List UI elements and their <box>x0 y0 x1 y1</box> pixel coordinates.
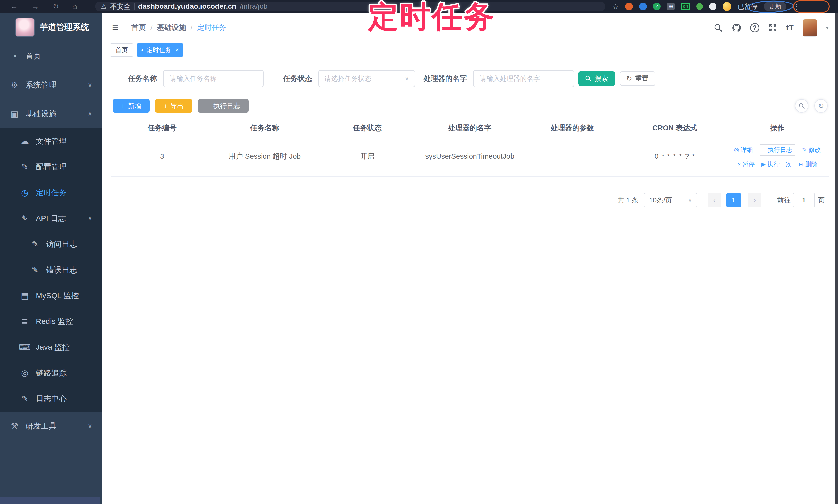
sidebar-item-scheduled-tasks[interactable]: ◷ 定时任务 <box>0 180 102 205</box>
topbar-actions: ? tT ▾ <box>714 13 829 42</box>
app-logo-row[interactable]: 芋道管理系统 <box>0 13 102 42</box>
github-icon[interactable] <box>732 23 741 33</box>
sidebar-item-dev-tools[interactable]: ⚒ 研发工具 ∨ <box>0 412 102 440</box>
prev-page-button[interactable]: ‹ <box>708 193 721 207</box>
help-icon[interactable]: ? <box>750 23 760 33</box>
breadcrumb-home[interactable]: 首页 <box>132 23 146 33</box>
refresh-table-button[interactable]: ↻ <box>814 99 828 112</box>
sidebar-item-label: 错误日志 <box>46 265 77 275</box>
sidebar-item-trace[interactable]: ◎ 链路追踪 <box>0 360 102 386</box>
next-page-button[interactable]: › <box>748 193 762 207</box>
avatar-caret-icon[interactable]: ▾ <box>826 24 829 31</box>
table-header: 任务编号 任务名称 任务状态 处理器的名字 处理器的参数 CRON 表达式 操作 <box>111 120 829 136</box>
run-once-link-label: 执行一次 <box>767 160 792 168</box>
forward-icon[interactable]: → <box>32 3 39 10</box>
sidebar-item-redis-monitor[interactable]: ≣ Redis 监控 <box>0 308 102 334</box>
sidebar-item-error-log[interactable]: ✎ 错误日志 <box>0 257 102 283</box>
log-center-icon: ✎ <box>19 394 31 403</box>
handler-name-input[interactable] <box>473 70 574 87</box>
puzzle-extensions-icon[interactable] <box>709 3 716 10</box>
annotation-title: 定时任务 <box>368 0 496 38</box>
active-dot-icon: ● <box>141 48 143 52</box>
sidebar-item-log-center[interactable]: ✎ 日志中心 <box>0 386 102 412</box>
tab-label: 首页 <box>116 46 128 54</box>
download-icon: ↓ <box>164 102 167 110</box>
exec-log-link[interactable]: ≡ 执行日志 <box>760 144 796 156</box>
on-badge-icon[interactable]: on <box>681 3 690 10</box>
list-icon: ≡ <box>763 146 766 153</box>
home-icon[interactable]: ⌂ <box>72 3 77 10</box>
task-status-select[interactable]: 请选择任务状态 ∨ <box>318 70 415 87</box>
sidebar-item-api-log[interactable]: ✎ API 日志 ∧ <box>0 205 102 231</box>
reset-button[interactable]: ↻ 重置 <box>620 71 655 86</box>
sidebar-item-label: 日志中心 <box>36 394 67 404</box>
cell-handler-name: sysUserSessionTimeoutJob <box>425 151 514 162</box>
pause-link[interactable]: × 暂停 <box>737 160 755 168</box>
sidebar-scrollbar[interactable] <box>0 497 101 504</box>
page-number-active[interactable]: 1 <box>727 193 741 207</box>
total-count: 共 1 条 <box>618 196 639 205</box>
extension-grid-icon[interactable]: ▦ <box>667 3 675 10</box>
extension-green-check-icon[interactable]: ✓ <box>653 3 661 10</box>
leaf-extension-icon[interactable] <box>696 3 703 10</box>
refresh-icon: ↻ <box>818 102 824 110</box>
clock-icon: ◷ <box>19 188 31 198</box>
exec-log-button[interactable]: ≡ 执行日志 <box>198 99 249 112</box>
infrastructure-submenu: ☁ 文件管理 ✎ 配置管理 ◷ 定时任务 ✎ API 日志 ∧ <box>0 128 102 412</box>
edit-icon: ✎ <box>19 162 31 172</box>
sidebar-item-label: 访问日志 <box>46 239 77 250</box>
user-avatar[interactable] <box>803 19 817 37</box>
back-icon[interactable]: ← <box>10 3 18 10</box>
security-label[interactable]: 不安全 <box>110 2 130 11</box>
collapse-sidebar-icon[interactable]: ≡ <box>112 22 118 34</box>
task-name-input[interactable] <box>163 70 264 87</box>
edit-link[interactable]: ✎ 修改 <box>802 146 821 154</box>
extension-blue-icon[interactable] <box>639 3 647 10</box>
col-handler-param: 处理器的参数 <box>521 123 624 133</box>
font-size-icon[interactable]: tT <box>786 23 794 32</box>
sidebar-item-config-management[interactable]: ✎ 配置管理 <box>0 154 102 180</box>
window-scrollbar[interactable] <box>835 13 838 504</box>
breadcrumb-infrastructure[interactable]: 基础设施 <box>157 23 186 33</box>
mysql-icon: ▤ <box>19 291 31 301</box>
sidebar-item-java-monitor[interactable]: ⌨ Java 监控 <box>0 334 102 360</box>
task-status-label: 任务状态 <box>283 74 312 84</box>
bookmark-star-icon[interactable]: ☆ <box>612 2 619 11</box>
sidebar-item-infrastructure[interactable]: ▣ 基础设施 ∧ <box>0 100 102 128</box>
cell-task-name: 用户 Session 超时 Job <box>213 151 316 161</box>
exec-log-button-label: 执行日志 <box>213 102 240 110</box>
reload-icon[interactable]: ↻ <box>53 3 59 10</box>
close-icon[interactable]: × <box>175 46 179 54</box>
pencil-icon: ✎ <box>802 146 807 153</box>
add-button[interactable]: + 新增 <box>112 99 150 112</box>
address-bar[interactable]: ⚠ 不安全 dashboard.yudao.iocoder.cn /infra/… <box>95 2 605 11</box>
detail-link[interactable]: ◎ 详细 <box>734 146 753 154</box>
run-once-link[interactable]: ▶ 执行一次 <box>762 160 792 168</box>
sidebar-item-mysql-monitor[interactable]: ▤ MySQL 监控 <box>0 283 102 308</box>
sidebar-item-system[interactable]: ⚙ 系统管理 ∨ <box>0 71 102 100</box>
tab-home[interactable]: 首页 <box>110 43 133 57</box>
tab-scheduled-tasks[interactable]: ● 定时任务 × <box>137 43 183 57</box>
search-button[interactable]: 搜索 <box>578 71 615 86</box>
detail-link-label: 详细 <box>740 146 753 154</box>
delete-link[interactable]: ⊟ 删除 <box>799 160 817 168</box>
fullscreen-icon[interactable] <box>768 23 778 33</box>
extension-orange-icon[interactable] <box>625 3 633 10</box>
extension-avatar[interactable] <box>722 2 731 11</box>
goto-page-input[interactable] <box>793 193 815 207</box>
table-toolbar: + 新增 ↓ 导出 ≡ 执行日志 <box>112 99 838 112</box>
sidebar-item-access-log[interactable]: ✎ 访问日志 <box>0 231 102 257</box>
toolbox-icon: ⚒ <box>8 421 20 431</box>
delete-link-label: 删除 <box>805 160 817 168</box>
toggle-search-button[interactable] <box>795 99 808 112</box>
tab-label: 定时任务 <box>146 46 171 54</box>
sidebar-item-home[interactable]: ◔ 首页 <box>0 42 102 71</box>
export-button[interactable]: ↓ 导出 <box>155 99 192 112</box>
select-placeholder: 请选择任务状态 <box>325 74 371 83</box>
search-icon[interactable] <box>714 23 723 33</box>
list-icon: ≡ <box>206 102 210 110</box>
sidebar-item-label: 链路追踪 <box>36 368 67 378</box>
sidebar-item-file-management[interactable]: ☁ 文件管理 <box>0 128 102 154</box>
page-size-select[interactable]: 10条/页 ∨ <box>644 193 697 207</box>
main-area: ≡ 首页 / 基础设施 / 定时任务 ? <box>102 13 838 504</box>
